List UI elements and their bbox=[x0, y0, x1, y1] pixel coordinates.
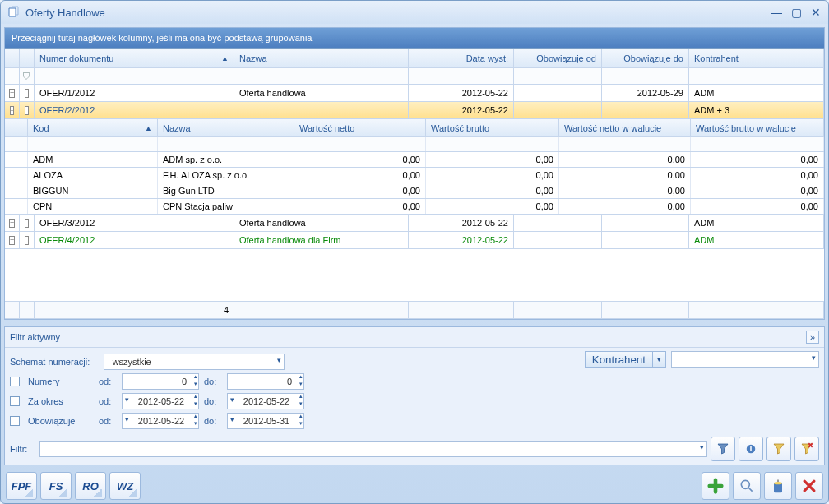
filter-do[interactable] bbox=[602, 68, 689, 84]
subcol-wnw[interactable]: Wartość netto w walucie bbox=[559, 119, 691, 136]
col-data-wyst[interactable]: Data wyst. bbox=[409, 49, 514, 67]
close-panel-button[interactable] bbox=[795, 472, 823, 500]
expand-icon[interactable]: + bbox=[9, 89, 15, 98]
grid-panel: Przeciągnij tutaj nagłówek kolumny, jeśl… bbox=[4, 27, 825, 320]
table-row[interactable]: + OFER/3/2012 Oferta handlowa 2012-05-22… bbox=[5, 215, 824, 232]
filter-kontr[interactable] bbox=[689, 68, 824, 84]
col-check bbox=[20, 49, 35, 67]
subgrid-row[interactable]: ALOZA F.H. ALOZA sp. z o.o. 0,00 0,00 0,… bbox=[5, 168, 824, 183]
subgrid-row[interactable]: BIGGUN Big Gun LTD 0,00 0,00 0,00 0,00 bbox=[5, 183, 824, 199]
filter-expression-input[interactable] bbox=[39, 441, 707, 457]
clear-filter-button[interactable] bbox=[766, 437, 791, 461]
grid-body: + OFER/1/2012 Oferta handlowa 2012-05-22… bbox=[5, 85, 824, 301]
row-checkbox[interactable] bbox=[25, 106, 29, 115]
row-checkbox[interactable] bbox=[25, 236, 29, 245]
filter-panel: Filtr aktywny » Schemat numeracji: Numer… bbox=[4, 326, 825, 465]
grid-header: Numer dokumentu▲ Nazwa Data wyst. Obowią… bbox=[5, 49, 824, 68]
add-button[interactable] bbox=[702, 472, 729, 500]
close-button[interactable]: ✕ bbox=[810, 6, 822, 19]
table-row[interactable]: + OFER/4/2012 Oferta handlowa dla Firm 2… bbox=[5, 232, 824, 249]
window-title: Oferty Handlowe bbox=[25, 7, 771, 19]
obow-do-input[interactable] bbox=[227, 413, 304, 429]
filtr-label: Filtr: bbox=[10, 444, 36, 454]
grid-filter-row: ⛉ bbox=[5, 68, 824, 85]
subgrid-row[interactable]: ADM ADM sp. z o.o. 0,00 0,00 0,00 0,00 bbox=[5, 152, 824, 168]
filter-title: Filtr aktywny » bbox=[5, 327, 824, 348]
col-nazwa[interactable]: Nazwa bbox=[234, 49, 409, 67]
obow-checkbox[interactable] bbox=[10, 416, 20, 426]
sort-asc-icon: ▲ bbox=[145, 124, 152, 132]
numery-od-input[interactable] bbox=[122, 373, 199, 390]
delete-button[interactable] bbox=[764, 472, 792, 500]
kontrahent-combo[interactable] bbox=[671, 351, 819, 368]
remove-filter-button[interactable] bbox=[794, 437, 819, 461]
summary-count: 4 bbox=[35, 302, 234, 318]
col-expand bbox=[5, 49, 20, 67]
expand-icon[interactable]: + bbox=[9, 236, 15, 245]
app-icon bbox=[7, 6, 21, 19]
maximize-button[interactable]: ▢ bbox=[790, 6, 802, 19]
svg-point-2 bbox=[741, 480, 749, 488]
doc-ro-button[interactable]: RO bbox=[75, 472, 106, 500]
summary-row: 4 bbox=[5, 301, 824, 319]
doc-wz-button[interactable]: WZ bbox=[109, 472, 141, 500]
subgrid-filter-row bbox=[5, 137, 824, 152]
bottom-toolbar: FPF FS RO WZ bbox=[1, 469, 828, 503]
zaokres-label: Za okres bbox=[28, 396, 94, 406]
svg-rect-1 bbox=[750, 446, 752, 451]
kontrahent-button[interactable]: Kontrahent bbox=[585, 351, 653, 368]
doc-fpf-button[interactable]: FPF bbox=[6, 472, 37, 500]
sort-asc-icon: ▲ bbox=[221, 54, 229, 62]
filter-data[interactable] bbox=[409, 68, 514, 84]
subcol-wb[interactable]: Wartość brutto bbox=[426, 119, 559, 136]
collapse-icon[interactable]: - bbox=[10, 106, 14, 115]
search-button[interactable] bbox=[733, 472, 761, 500]
kontrahent-dropdown-icon[interactable]: ▾ bbox=[653, 351, 666, 368]
col-kontrahent[interactable]: Kontrahent bbox=[689, 49, 824, 67]
obow-label: Obowiązuje bbox=[28, 416, 94, 426]
filter-od[interactable] bbox=[514, 68, 602, 84]
row-checkbox[interactable] bbox=[25, 219, 29, 228]
schemat-combo[interactable] bbox=[104, 354, 285, 370]
app-window: Oferty Handlowe — ▢ ✕ Przeciągnij tutaj … bbox=[0, 0, 829, 504]
row-checkbox[interactable] bbox=[25, 89, 29, 98]
svg-point-3 bbox=[774, 482, 782, 484]
apply-filter-button[interactable] bbox=[711, 437, 735, 461]
filter-nazwa[interactable] bbox=[234, 68, 409, 84]
col-obow-do[interactable]: Obowiązuje do bbox=[602, 49, 689, 67]
numery-checkbox[interactable] bbox=[10, 377, 20, 386]
filter-indicator-icon[interactable]: ⛉ bbox=[20, 68, 35, 84]
doc-fs-button[interactable]: FS bbox=[40, 472, 72, 500]
subgrid-row[interactable]: CPN CPN Stacja paliw 0,00 0,00 0,00 0,00 bbox=[5, 199, 824, 215]
subgrid-header: Kod▲ Nazwa Wartość netto Wartość brutto … bbox=[5, 119, 824, 137]
table-row[interactable]: + OFER/1/2012 Oferta handlowa 2012-05-22… bbox=[5, 85, 824, 102]
titlebar[interactable]: Oferty Handlowe — ▢ ✕ bbox=[1, 1, 828, 24]
zaokres-do-input[interactable] bbox=[227, 393, 304, 409]
collapse-filter-icon[interactable]: » bbox=[806, 331, 819, 344]
filter-builder-button[interactable] bbox=[739, 437, 763, 461]
subcol-kod[interactable]: Kod▲ bbox=[28, 119, 158, 136]
col-obow-od[interactable]: Obowiązuje od bbox=[514, 49, 602, 67]
table-row[interactable]: - OFER/2/2012 2012-05-22 ADM + 3 bbox=[5, 102, 824, 119]
minimize-button[interactable]: — bbox=[771, 6, 782, 19]
numery-label: Numery bbox=[28, 377, 94, 386]
subcol-wbw[interactable]: Wartość brutto w walucie bbox=[691, 119, 824, 136]
col-numer[interactable]: Numer dokumentu▲ bbox=[35, 49, 234, 67]
filter-numer[interactable] bbox=[35, 68, 234, 84]
zaokres-checkbox[interactable] bbox=[10, 396, 20, 406]
zaokres-od-input[interactable] bbox=[122, 393, 199, 409]
schemat-label: Schemat numeracji: bbox=[10, 357, 99, 367]
group-by-panel[interactable]: Przeciągnij tutaj nagłówek kolumny, jeśl… bbox=[5, 28, 824, 49]
expand-icon[interactable]: + bbox=[9, 219, 15, 228]
subcol-nazwa[interactable]: Nazwa bbox=[158, 119, 294, 136]
obow-od-input[interactable] bbox=[122, 413, 199, 429]
numery-do-input[interactable] bbox=[227, 373, 304, 390]
subcol-wn[interactable]: Wartość netto bbox=[294, 119, 426, 136]
svg-rect-4 bbox=[777, 480, 779, 483]
